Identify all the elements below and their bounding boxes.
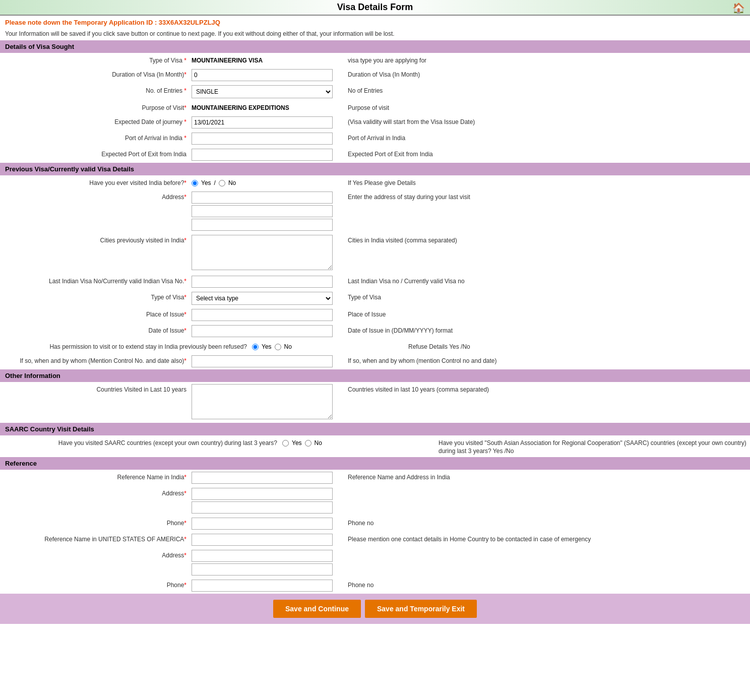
refused-help: Refuse Details Yes /No [403, 341, 750, 351]
reference-form: Reference Name in India* Reference Name … [0, 470, 750, 594]
row-visited-india: Have you ever visited India before?* Yes… [0, 175, 750, 189]
saarc-form: Have you visited SAARC countries (except… [0, 435, 750, 457]
ref-address-usa-label: Address [162, 552, 184, 559]
port-exit-label: Expected Port of Exit from India [101, 151, 186, 158]
purpose-label: Purpose of Visit [142, 104, 184, 111]
address-input-2[interactable] [192, 205, 333, 217]
ref-address-usa-1[interactable] [192, 550, 333, 562]
entries-label: No. of Entries [146, 87, 182, 94]
date-label: Expected Date of journey [114, 118, 182, 125]
type-visa-prev-help: Type of Visa [343, 292, 750, 302]
saarc-yes-radio[interactable] [282, 440, 289, 447]
row-visa-no: Last Indian Visa No/Currently valid Indi… [0, 274, 750, 290]
place-issue-label: Place of Issue [146, 311, 184, 318]
cities-label: Cities previously visited in India [100, 237, 184, 244]
ref-phone-usa-help: Phone no [343, 580, 750, 590]
section-reference: Reference [0, 457, 750, 470]
ref-phone-usa-input[interactable] [192, 580, 333, 592]
entries-help: No of Entries [343, 85, 750, 95]
saarc-radio-group: Yes No [282, 437, 428, 447]
visa-no-label: Last Indian Visa No/Currently valid Indi… [49, 278, 184, 285]
visited-help: If Yes Please give Details [343, 177, 750, 187]
refused-details-input[interactable] [192, 355, 333, 367]
place-issue-help: Place of Issue [343, 309, 750, 319]
ref-name-india-input[interactable] [192, 472, 333, 484]
refused-details-label: If so, when and by whom (Mention Control… [20, 357, 184, 364]
refused-radio-group: Yes No [252, 341, 398, 350]
refused-yes-radio[interactable] [252, 344, 259, 350]
visited-no-label: No [228, 179, 236, 186]
address-help: Enter the address of stay during your la… [343, 192, 750, 202]
row-purpose: Purpose of Visit* MOUNTAINEERING EXPEDIT… [0, 100, 750, 114]
visited-label: Have you ever visited India before? [89, 179, 184, 186]
cities-help: Cities in India visited (comma separated… [343, 235, 750, 245]
row-address: Address* Enter the address of stay durin… [0, 189, 750, 233]
date-input[interactable] [192, 116, 333, 129]
visited-yes-radio[interactable] [192, 180, 198, 186]
refused-no-radio[interactable] [275, 344, 281, 350]
saarc-no-radio[interactable] [305, 440, 311, 447]
refused-details-help: If so, when and by whom (mention Control… [343, 355, 750, 365]
previous-visa-form: Have you ever visited India before?* Yes… [0, 175, 750, 369]
row-ref-address-usa: Address* [0, 548, 750, 578]
address-inputs [192, 192, 338, 231]
save-continue-button[interactable]: Save and Continue [273, 600, 361, 618]
row-port-exit: Expected Port of Exit from India Expecte… [0, 147, 750, 163]
row-place-issue: Place of Issue* Place of Issue [0, 307, 750, 323]
address-input-3[interactable] [192, 219, 333, 231]
purpose-help: Purpose of visit [343, 102, 750, 112]
ref-address-india-1[interactable] [192, 488, 333, 500]
row-type-visa-prev: Type of Visa* Select visa type Tourist B… [0, 290, 750, 307]
row-saarc: Have you visited SAARC countries (except… [0, 435, 750, 457]
type-visa-select[interactable]: Select visa type Tourist Business Studen… [192, 292, 333, 305]
duration-input[interactable] [192, 69, 333, 81]
ref-name-usa-help: Please mention one contact details in Ho… [343, 534, 750, 544]
section-previous-visa: Previous Visa/Currently valid Visa Detai… [0, 163, 750, 175]
ref-phone-india-input[interactable] [192, 518, 333, 530]
visa-no-input[interactable] [192, 276, 333, 288]
date-help: (Visa validity will start from the Visa … [343, 116, 750, 126]
entries-select[interactable]: SINGLE DOUBLE MULTIPLE [192, 85, 333, 98]
ref-phone-india-help: Phone no [343, 518, 750, 528]
temp-id-bar: Please note down the Temporary Applicati… [0, 16, 750, 29]
visited-no-radio[interactable] [219, 180, 225, 186]
info-text: Your Information will be saved if you cl… [0, 29, 750, 40]
saarc-yes-label: Yes [292, 439, 302, 447]
row-ref-name-usa: Reference Name in UNITED STATES OF AMERI… [0, 532, 750, 548]
row-date-issue: Date of Issue* Date of Issue in (DD/MM/Y… [0, 323, 750, 339]
ref-address-usa-2[interactable] [192, 563, 333, 576]
row-port-arrival: Port of Arrival in India * Port of Arriv… [0, 131, 750, 147]
ref-address-india-2[interactable] [192, 501, 333, 514]
address-input-1[interactable] [192, 192, 333, 204]
cities-textarea[interactable] [192, 235, 333, 270]
visa-details-form: Type of Visa * MOUNTAINEERING VISA visa … [0, 53, 750, 163]
port-arrival-help: Port of Arrival in India [343, 133, 750, 143]
home-icon[interactable]: 🏠 [732, 2, 745, 14]
row-countries: Countries Visited in Last 10 years Count… [0, 382, 750, 423]
page-title: Visa Details Form [337, 2, 413, 13]
row-refused: Has permission to visit or to extend sta… [0, 339, 750, 353]
ref-name-usa-input[interactable] [192, 534, 333, 546]
row-duration: Duration of Visa (In Month)* Duration of… [0, 67, 750, 83]
other-info-form: Countries Visited in Last 10 years Count… [0, 382, 750, 423]
save-exit-button[interactable]: Save and Temporarily Exit [365, 600, 477, 618]
countries-textarea[interactable] [192, 384, 333, 419]
port-arrival-input[interactable] [192, 133, 333, 145]
date-issue-input[interactable] [192, 325, 333, 337]
saarc-no-label: No [315, 439, 322, 447]
saarc-question-label: Have you visited SAARC countries (except… [58, 439, 277, 447]
duration-help: Duration of Visa (In Month) [343, 69, 750, 79]
type-visa-help: visa type you are applying for [343, 55, 750, 65]
footer-bar: Save and Continue Save and Temporarily E… [0, 594, 750, 624]
port-exit-input[interactable] [192, 149, 333, 161]
place-issue-input[interactable] [192, 309, 333, 321]
section-other-info: Other Information [0, 369, 750, 382]
top-bar: Visa Details Form 🏠 [0, 0, 750, 16]
row-type-of-visa: Type of Visa * MOUNTAINEERING VISA visa … [0, 53, 750, 67]
row-ref-address-india: Address* [0, 486, 750, 516]
visa-no-help: Last Indian Visa no / Currently valid Vi… [343, 276, 750, 286]
ref-address-india-label: Address [162, 490, 184, 497]
ref-address-india-inputs [192, 488, 338, 514]
row-cities: Cities previously visited in India* Citi… [0, 233, 750, 274]
row-ref-name-india: Reference Name in India* Reference Name … [0, 470, 750, 486]
